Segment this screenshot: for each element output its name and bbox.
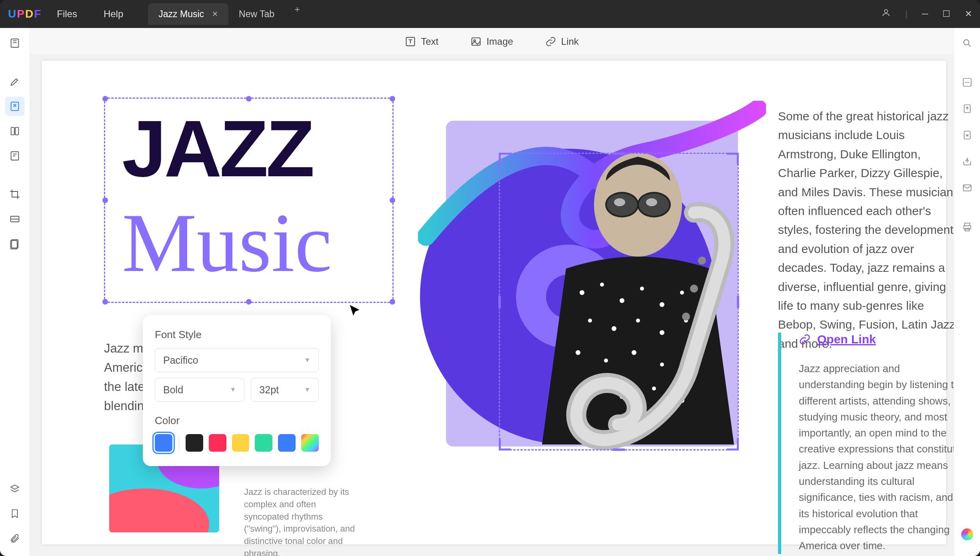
edit-toolbar: Text Image Link (30, 28, 954, 55)
page[interactable]: JAZZ Music Jazz music originated from th… (42, 61, 946, 544)
caption-text[interactable]: Jazz is characterized by its complex and… (244, 486, 360, 556)
svg-rect-49 (963, 185, 971, 191)
svg-rect-50 (964, 223, 970, 226)
font-family-value: Pacifico (163, 355, 198, 366)
search-icon[interactable] (958, 34, 977, 53)
chevron-down-icon: ▼ (304, 357, 310, 364)
cursor-icon (348, 304, 362, 318)
open-link[interactable]: Open Link (799, 333, 954, 346)
form-icon[interactable] (5, 146, 24, 165)
color-swatch-gradient[interactable] (301, 434, 319, 452)
share-icon[interactable] (958, 152, 977, 171)
color-swatch-teal[interactable] (255, 434, 272, 452)
chevron-down-icon: ▼ (230, 386, 236, 393)
maximize-icon[interactable]: ☐ (942, 9, 950, 19)
tool-link-button[interactable]: Link (545, 36, 579, 47)
svg-rect-10 (472, 38, 480, 45)
font-family-select[interactable]: Pacifico ▼ (155, 348, 319, 372)
link-description[interactable]: Jazz appreciation and understanding begi… (799, 361, 954, 554)
color-swatch-red[interactable] (209, 434, 226, 452)
body-text-right[interactable]: Some of the great historical jazz musici… (778, 107, 954, 353)
color-label: Color (155, 415, 319, 427)
tabs: Jazz Music ✕ New Tab ＋ (148, 3, 310, 25)
title-line2[interactable]: Music (122, 201, 332, 285)
font-weight-select[interactable]: Bold ▼ (155, 378, 244, 402)
canvas[interactable]: JAZZ Music Jazz music originated from th… (30, 55, 954, 556)
new-tab-button[interactable]: ＋ (285, 3, 310, 25)
tool-link-label: Link (561, 36, 579, 47)
chevron-down-icon: ▼ (304, 386, 310, 393)
font-size-select[interactable]: 32pt ▼ (251, 378, 319, 402)
tool-image-button[interactable]: Image (470, 36, 513, 47)
redact-icon[interactable] (5, 209, 24, 229)
color-swatch-selected[interactable] (155, 434, 172, 452)
color-swatches (155, 434, 319, 452)
color-swatch-yellow[interactable] (232, 434, 250, 452)
svg-rect-2 (11, 102, 19, 111)
ocr-icon[interactable] (958, 73, 977, 92)
bookmark-icon[interactable] (5, 504, 24, 523)
tool-image-label: Image (486, 36, 513, 47)
svg-rect-3 (11, 128, 14, 135)
convert-icon[interactable] (958, 126, 977, 145)
svg-rect-4 (15, 128, 18, 135)
tab-label: Jazz Music (158, 9, 204, 20)
open-link-label: Open Link (817, 333, 876, 346)
title-line1[interactable]: JAZZ (122, 113, 312, 185)
attachment-icon[interactable] (5, 529, 24, 548)
mail-icon[interactable] (958, 178, 977, 197)
font-weight-value: Bold (163, 384, 183, 396)
window-controls: | ─ ☐ ✕ (881, 8, 972, 20)
app-logo: UPDF (8, 8, 42, 20)
titlebar: UPDF Files Help Jazz Music ✕ New Tab ＋ |… (0, 0, 980, 28)
link-block: Open Link Jazz appreciation and understa… (778, 333, 954, 554)
right-sidebar (954, 28, 980, 556)
close-icon[interactable]: ✕ (965, 9, 972, 19)
color-swatch-black[interactable] (186, 434, 203, 452)
svg-rect-52 (965, 228, 969, 231)
tab-label: New Tab (239, 9, 274, 20)
print-icon[interactable] (958, 217, 977, 237)
color-swatch-blue[interactable] (278, 434, 296, 452)
edit-icon[interactable] (5, 97, 24, 116)
crop-icon[interactable] (5, 185, 24, 204)
left-sidebar (0, 28, 30, 556)
user-icon[interactable] (881, 8, 891, 20)
image-selection-box[interactable] (499, 153, 739, 450)
ai-icon[interactable] (958, 525, 977, 544)
reader-icon[interactable] (5, 34, 24, 53)
tool-text-button[interactable]: Text (405, 36, 438, 47)
menu-files[interactable]: Files (46, 8, 88, 20)
watermark-icon[interactable] (5, 234, 24, 253)
font-style-popover: Font Style Pacifico ▼ Bold ▼ 32pt (143, 315, 331, 466)
pages-icon[interactable] (5, 122, 24, 141)
layers-icon[interactable] (5, 479, 24, 498)
font-size-value: 32pt (259, 384, 279, 396)
svg-rect-1 (11, 39, 19, 48)
tool-text-label: Text (421, 36, 438, 47)
svg-point-45 (964, 40, 969, 45)
swatch-divider (179, 436, 179, 450)
svg-point-0 (884, 10, 888, 13)
highlighter-icon[interactable] (5, 72, 24, 91)
tab-close-icon[interactable]: ✕ (212, 10, 218, 18)
tab-new[interactable]: New Tab (228, 3, 285, 25)
minimize-icon[interactable]: ─ (922, 9, 928, 19)
export-icon[interactable] (958, 99, 977, 118)
font-style-label: Font Style (155, 329, 319, 341)
menu-help[interactable]: Help (92, 8, 134, 20)
tab-jazz-music[interactable]: Jazz Music ✕ (148, 3, 228, 25)
